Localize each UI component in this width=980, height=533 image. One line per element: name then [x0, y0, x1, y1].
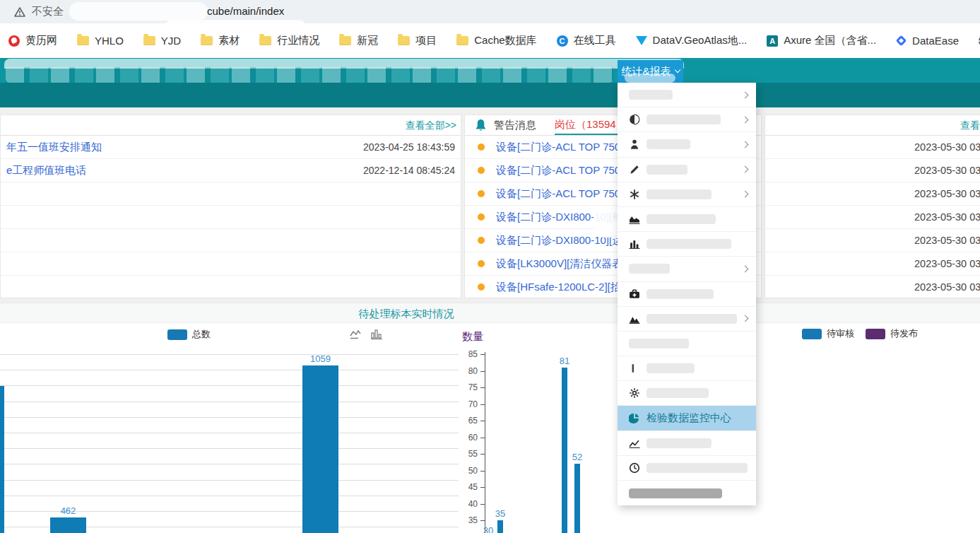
alert-link[interactable]: 设备[HFsafe-1200LC-2][抬起 — [496, 281, 632, 294]
alert-link[interactable]: 设备[二门诊-ACL TOP 750-6] — [496, 187, 633, 201]
url-path-text: cube/main/index — [207, 5, 284, 17]
orange-dot-icon — [478, 213, 485, 221]
time-row: 2023-05-30 03 — [765, 276, 980, 299]
bookmark-label: Cache数据库 — [474, 34, 536, 47]
redacted-text — [647, 463, 748, 473]
redacted-text — [647, 438, 712, 448]
bookmark-10[interactable]: AAxure 全国（含省... — [767, 34, 876, 47]
folder-icon — [201, 36, 213, 45]
menu-item-redacted-8[interactable] — [618, 282, 756, 307]
folder-icon — [77, 36, 89, 45]
bookmark-label: 在线工具 — [574, 34, 616, 47]
bookmark-7[interactable]: Cache数据库 — [456, 34, 536, 47]
bookmark-0[interactable]: 黄历网 — [8, 34, 57, 47]
bookmark-11[interactable]: DataEase — [896, 35, 959, 47]
redacted-nav-menu — [6, 67, 613, 83]
menu-item-redacted-1[interactable] — [618, 107, 756, 132]
menu-item-redacted-15[interactable] — [618, 456, 756, 481]
bookmark-label: DataEase — [912, 35, 959, 47]
redacted-text — [647, 115, 721, 124]
charts-section: 待处理标本实时情况 总数 数量 待审核 待发布 4621059858075706… — [0, 303, 980, 533]
right-chart-bar-value: 81 — [554, 356, 575, 366]
menu-item-redacted-0[interactable] — [618, 83, 756, 107]
doc-icon — [629, 363, 640, 374]
huangli-site-icon — [8, 35, 20, 47]
browser-address-bar[interactable]: 不安全 cube/main/index — [0, 0, 980, 23]
right-chart-bar-value: 35 — [490, 508, 511, 519]
orange-dot-icon — [478, 283, 485, 291]
bookmark-label: 素材 — [218, 34, 240, 47]
bookmark-8[interactable]: C在线工具 — [557, 34, 616, 47]
folder-icon — [456, 36, 468, 45]
y-tick-label: 80 — [459, 366, 478, 376]
left-chart-legend[interactable]: 总数 — [167, 328, 211, 341]
dataease-site-icon — [896, 35, 907, 47]
right-chart-bar-value: 52 — [567, 452, 588, 462]
axure-site-icon: A — [767, 35, 778, 47]
time-row: 2023-05-30 03 — [765, 206, 980, 229]
right-chart-legend[interactable]: 待审核 待发布 — [802, 327, 918, 340]
redacted-text — [647, 139, 690, 149]
stats-reports-dropdown: 检验数据监控中心 — [618, 83, 756, 505]
alert-link[interactable]: 设备[二门诊-ACL TOP 750-6] — [496, 164, 633, 177]
time-row: 2023-05-30 03 — [765, 252, 980, 276]
orange-dot-icon — [478, 144, 485, 151]
time-value: 2023-05-30 03 — [914, 141, 980, 153]
alert-link[interactable]: 设备[LK3000V][清洁仪器表面 — [496, 257, 633, 271]
menu-item-redacted-6[interactable] — [618, 232, 756, 257]
chart-toolbar — [350, 329, 383, 340]
pie-chart-icon — [629, 413, 640, 424]
time-panel: 查看全部>> 2023-05-30 03 2023-05-30 03 2023-… — [764, 115, 980, 298]
person-icon — [629, 139, 640, 150]
menu-item-redacted-11[interactable] — [618, 356, 756, 381]
bookmark-3[interactable]: 素材 — [201, 34, 240, 47]
menu-item-redacted-12[interactable] — [618, 381, 756, 406]
notice-link[interactable]: 年五一值班安排通知 — [6, 141, 102, 154]
left-chart-gridlines — [0, 354, 459, 533]
menu-item-redacted-16[interactable] — [618, 481, 756, 505]
menu-item-redacted-10[interactable] — [618, 332, 756, 356]
pen-icon — [629, 164, 640, 175]
redacted-text — [647, 388, 709, 398]
asterisk-icon — [629, 189, 640, 200]
bookmark-6[interactable]: 项目 — [398, 34, 437, 47]
notice-list: 年五一值班安排通知 2023-04-25 18:43:59 e工程师值班电话 2… — [1, 136, 461, 299]
time-value: 2023-05-30 03 — [914, 165, 980, 176]
bar-chart-icon — [629, 238, 640, 250]
bookmark-4[interactable]: 行业情况 — [259, 34, 319, 47]
menu-item-redacted-2[interactable] — [618, 132, 756, 157]
right-chart-axis-title: 数量 — [462, 330, 483, 344]
menu-item-redacted-4[interactable] — [618, 182, 756, 207]
time-view-all-link[interactable]: 查看全部>> — [960, 119, 980, 132]
blur-artifact — [165, 20, 306, 34]
menu-item-redacted-3[interactable] — [618, 158, 756, 182]
notice-link[interactable]: e工程师值班电话 — [6, 164, 86, 177]
time-panel-header: 查看全部>> — [765, 115, 980, 136]
bookmark-2[interactable]: YJD — [143, 35, 181, 47]
chevron-down-icon — [674, 67, 680, 73]
redacted-url-host — [69, 2, 208, 20]
not-secure-warning-icon — [14, 7, 25, 17]
menu-item-redacted-7[interactable] — [618, 257, 756, 281]
menu-item-redacted-14[interactable] — [618, 431, 756, 456]
time-row: 2023-05-30 03 — [765, 229, 980, 252]
menu-item-redacted-9[interactable] — [618, 307, 756, 332]
bar-chart-toggle-icon[interactable] — [370, 329, 383, 340]
y-tick-label: 50 — [459, 466, 478, 476]
time-list: 2023-05-30 03 2023-05-30 03 2023-05-30 0… — [765, 136, 980, 299]
alert-link[interactable]: 设备[二门诊-ACL TOP 750-6] — [496, 141, 633, 154]
bookmark-9[interactable]: DataV.GeoAtlas地... — [636, 34, 748, 47]
menu-item-inspection-data-monitor-center[interactable]: 检验数据监控中心 — [618, 406, 756, 430]
bookmark-label: YJD — [161, 35, 181, 47]
bell-icon — [475, 119, 487, 131]
blur-artifact — [625, 74, 675, 83]
gear-icon — [629, 387, 640, 399]
bookmark-1[interactable]: YHLO — [77, 35, 124, 47]
notice-view-all-link[interactable]: 查看全部>> — [406, 119, 456, 132]
orange-dot-icon — [478, 260, 485, 267]
screen: 不安全 cube/main/index 黄历网YHLOYJD素材行业情况新冠项目… — [0, 0, 980, 533]
tab-post-13594[interactable]: 岗位（13594） — [555, 115, 627, 135]
bookmark-5[interactable]: 新冠 — [339, 34, 378, 47]
menu-item-redacted-5[interactable] — [618, 207, 756, 232]
line-chart-toggle-icon[interactable] — [350, 329, 362, 340]
